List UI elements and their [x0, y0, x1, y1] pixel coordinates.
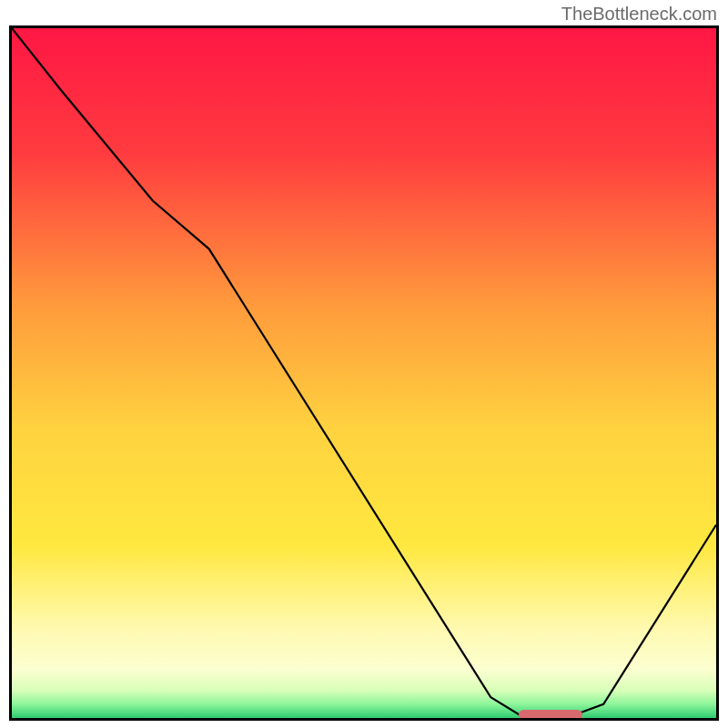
curve-line: [12, 28, 716, 718]
plot-area: [12, 28, 716, 718]
optimal-marker: [519, 710, 582, 718]
chart-frame: [9, 25, 719, 721]
watermark-text: TheBottleneck.com: [561, 4, 717, 25]
